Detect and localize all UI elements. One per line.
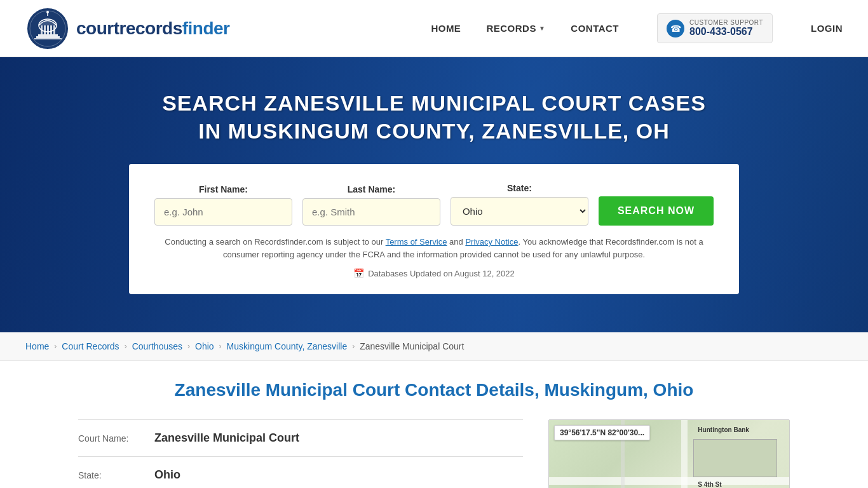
breadcrumb: Home › Court Records › Courthouses › Ohi… [0,332,868,361]
map-inner: Huntington Bank S 4th St Tapa (Auto Plus… [549,420,789,488]
breadcrumb-sep-5: › [352,342,355,351]
breadcrumb-ohio[interactable]: Ohio [195,341,214,351]
main-nav: HOME RECORDS ▼ CONTACT ☎ CUSTOMER SUPPOR… [431,13,843,43]
svg-rect-10 [34,38,62,39]
hero-title: SEARCH ZANESVILLE MUNICIPAL COURT CASES … [148,89,720,145]
court-name-value: Zanesville Municipal Court [154,431,299,445]
last-name-label: Last Name: [302,184,440,194]
privacy-link[interactable]: Privacy Notice [465,237,518,247]
breadcrumb-courthouses[interactable]: Courthouses [132,341,182,351]
breadcrumb-sep-4: › [219,342,222,351]
breadcrumb-sep-3: › [187,342,190,351]
last-name-input[interactable] [302,198,440,226]
support-label: CUSTOMER SUPPORT [689,19,763,26]
logo-icon [25,6,70,51]
records-chevron-icon: ▼ [539,25,545,32]
first-name-input[interactable] [154,198,292,226]
nav-records[interactable]: RECORDS ▼ [486,23,545,34]
last-name-group: Last Name: [302,184,440,226]
map-placeholder: Huntington Bank S 4th St Tapa (Auto Plus… [548,419,790,488]
details-map-container: Court Name: Zanesville Municipal Court S… [78,419,790,488]
first-name-label: First Name: [154,184,292,194]
court-name-row: Court Name: Zanesville Municipal Court [78,420,523,457]
headset-icon: ☎ [667,20,684,37]
calendar-icon: 📅 [353,268,364,278]
content-section: Zanesville Municipal Court Contact Detai… [53,361,815,488]
breadcrumb-sep-1: › [54,342,57,351]
road-horizontal [549,477,789,485]
svg-rect-9 [36,36,60,38]
svg-rect-7 [53,25,55,34]
search-fields: First Name: Last Name: State: Ohio Alaba… [154,183,714,226]
disclaimer-text: Conducting a search on Recordsfinder.com… [154,236,714,261]
logo-text: courtrecordsfinder [76,18,230,39]
db-updated: 📅 Databases Updated on August 12, 2022 [154,268,714,278]
state-group: State: Ohio Alabama Alaska Arizona Calif… [451,183,588,226]
court-name-label: Court Name: [78,433,148,444]
road-vertical [681,420,688,488]
state-row-label: State: [78,470,148,480]
coords-box: 39°56'17.5"N 82°00'30... [554,425,650,440]
bank-label: Huntington Bank [698,426,749,433]
first-name-group: First Name: [154,184,292,226]
nav-home[interactable]: HOME [431,23,461,34]
road-label: S 4th St [698,481,721,488]
breadcrumb-current: Zanesville Municipal Court [360,341,464,351]
support-phone: 800-433-0567 [689,26,763,37]
nav-contact[interactable]: CONTACT [571,23,619,34]
breadcrumb-muskingum[interactable]: Muskingum County, Zanesville [227,341,348,351]
search-button[interactable]: SEARCH NOW [599,196,714,226]
svg-rect-6 [50,25,52,34]
logo-area: courtrecordsfinder [25,6,431,51]
search-box: First Name: Last Name: State: Ohio Alaba… [129,164,739,294]
state-row-value: Ohio [154,468,180,482]
svg-rect-5 [47,25,49,34]
breadcrumb-court-records[interactable]: Court Records [62,341,119,351]
login-button[interactable]: LOGIN [811,23,843,34]
support-box: ☎ CUSTOMER SUPPORT 800-433-0567 [657,13,773,43]
svg-rect-8 [38,34,58,36]
header: courtrecordsfinder HOME RECORDS ▼ CONTAC… [0,0,868,57]
state-row: State: Ohio [78,457,523,488]
hero-section: SEARCH ZANESVILLE MUNICIPAL COURT CASES … [0,57,868,332]
details-table: Court Name: Zanesville Municipal Court S… [78,419,523,488]
section-title: Zanesville Municipal Court Contact Detai… [78,380,790,400]
svg-rect-4 [44,25,46,34]
state-label: State: [451,183,588,193]
state-select[interactable]: Ohio Alabama Alaska Arizona California F… [451,197,588,226]
map-block-1 [693,439,777,477]
terms-link[interactable]: Terms of Service [386,237,447,247]
breadcrumb-sep-2: › [125,342,127,351]
breadcrumb-home[interactable]: Home [25,341,49,351]
svg-point-12 [46,11,49,13]
svg-rect-3 [41,25,43,34]
